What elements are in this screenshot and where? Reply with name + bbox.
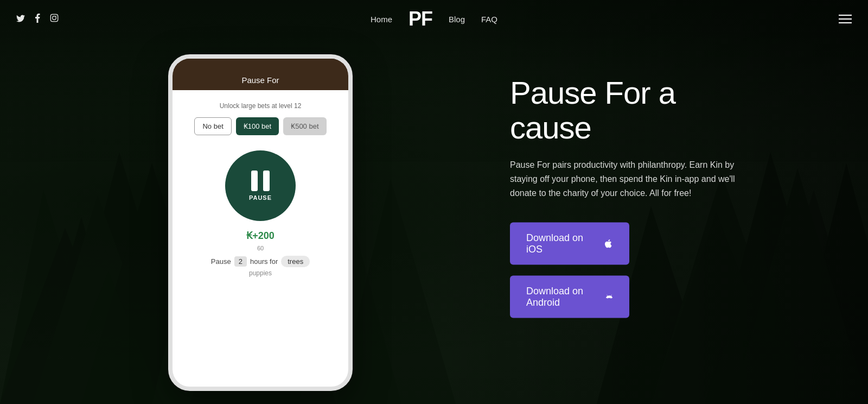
bet-buttons: No bet ₭100 bet ₭500 bet <box>194 117 326 135</box>
phone-app-header: Pause For <box>173 59 348 90</box>
pause-icon <box>251 171 270 191</box>
nav-center: Home PF Blog FAQ <box>371 8 497 30</box>
pause-subtext: 60 <box>257 245 264 251</box>
hamburger-menu[interactable] <box>839 15 852 23</box>
hours-badge: 2 <box>234 256 247 267</box>
pause-circle[interactable]: PAUSE <box>225 150 296 221</box>
pause-bar-right <box>263 171 270 191</box>
nav-home[interactable]: Home <box>371 15 392 24</box>
facebook-icon[interactable] <box>35 13 40 25</box>
bet-100-button[interactable]: ₭100 bet <box>236 117 279 135</box>
android-button-label: Download on Android <box>526 285 599 308</box>
main-content: T-Mobile Wi-Fi 3:46 PM 69% Pause For Unl… <box>0 0 868 404</box>
hamburger-line-1 <box>839 15 852 16</box>
svg-point-21 <box>53 16 56 20</box>
phone-screen-body: Unlock large bets at level 12 No bet ₭10… <box>173 102 348 277</box>
android-download-button[interactable]: Download on Android <box>510 275 629 318</box>
nav-blog[interactable]: Blog <box>449 15 465 24</box>
pause-label: PAUSE <box>249 194 272 201</box>
social-links <box>16 13 59 25</box>
nav-logo: PF <box>409 8 432 30</box>
pause-row: Pause 2 hours for trees <box>211 256 310 267</box>
right-content: Pause For a cause Pause For pairs produc… <box>510 75 760 329</box>
hero-description: Pause For pairs productivity with philan… <box>510 157 760 200</box>
hamburger-line-3 <box>839 22 852 23</box>
hamburger-line-2 <box>839 18 852 20</box>
kin-reward: ₭+200 <box>246 230 275 242</box>
svg-rect-20 <box>50 14 58 21</box>
pause-bar-left <box>251 171 258 191</box>
apple-icon <box>603 238 613 249</box>
hero-title: Pause For a cause <box>510 75 760 145</box>
ios-download-button[interactable]: Download on iOS <box>510 222 629 264</box>
app-title: Pause For <box>241 75 279 85</box>
nav-faq[interactable]: FAQ <box>481 15 497 24</box>
ios-button-label: Download on iOS <box>526 232 597 255</box>
phone-mockup: T-Mobile Wi-Fi 3:46 PM 69% Pause For Unl… <box>168 54 353 391</box>
unlock-text: Unlock large bets at level 12 <box>220 102 302 110</box>
bet-500-button[interactable]: ₭500 bet <box>283 117 326 135</box>
charity-option-2: puppies <box>249 269 272 277</box>
twitter-icon[interactable] <box>16 15 25 24</box>
charity-selector[interactable]: trees <box>281 256 310 267</box>
hours-for-text: hours for <box>250 257 278 266</box>
no-bet-button[interactable]: No bet <box>194 117 231 135</box>
svg-point-22 <box>56 16 56 16</box>
navbar: Home PF Blog FAQ <box>0 0 868 38</box>
phone-container: T-Mobile Wi-Fi 3:46 PM 69% Pause For Unl… <box>168 54 353 391</box>
instagram-icon[interactable] <box>50 14 59 24</box>
android-icon <box>605 291 613 302</box>
pause-label-text: Pause <box>211 257 231 266</box>
